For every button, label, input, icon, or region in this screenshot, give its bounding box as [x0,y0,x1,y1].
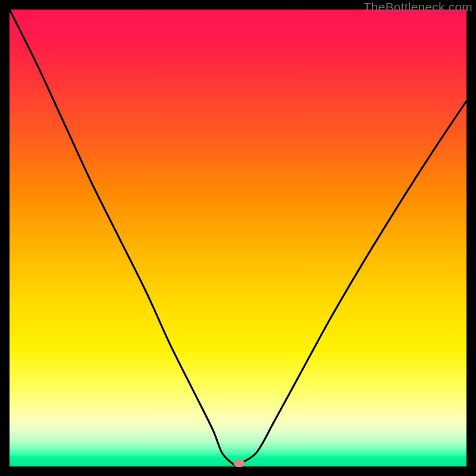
optimal-point-marker [234,460,245,467]
bottleneck-curve [10,10,466,466]
chart-frame [10,10,466,466]
watermark-text: TheBottleneck.com [364,0,472,14]
